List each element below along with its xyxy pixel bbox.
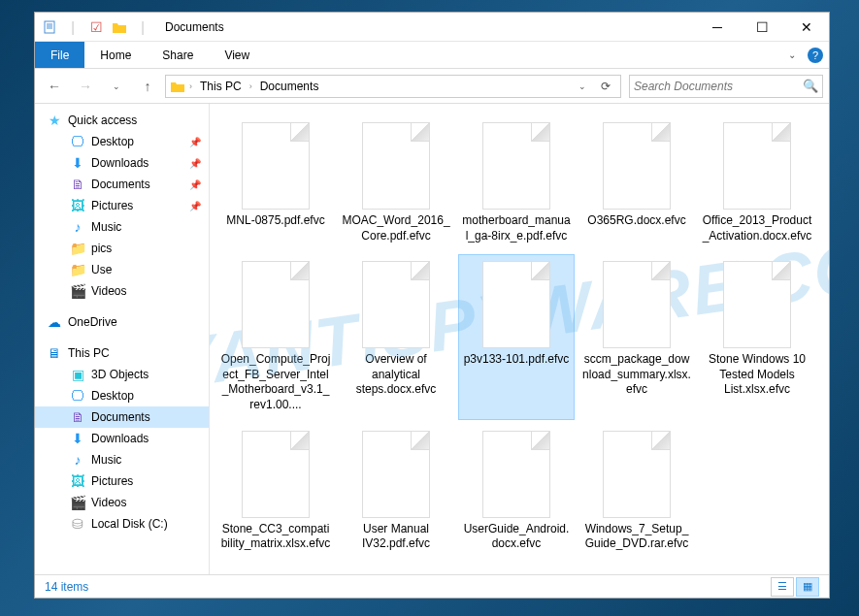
sidebar-3d-objects[interactable]: ▣3D Objects [35,364,209,385]
view-large-icons-button[interactable]: ▦ [796,577,819,597]
window-controls: ─ ☐ ✕ [695,13,829,42]
sidebar-desktop[interactable]: 🖵Desktop📌 [35,131,209,152]
sidebar-quick-access[interactable]: ★Quick access [35,110,209,131]
file-item[interactable]: Open_Compute_Project_FB_Server_Intel_Mot… [217,254,334,419]
qat-check-icon[interactable]: ☑ [85,16,107,38]
sidebar-item-label: Local Disk (C:) [91,517,168,531]
file-label: MOAC_Word_2016_Core.pdf.efvc [341,213,451,243]
sidebar-pics[interactable]: 📁pics [35,238,209,259]
content-pane[interactable]: MYANTISPYWARE.COM MNL-0875.pdf.efvcMOAC_… [210,104,829,574]
sidebar-item-label: Desktop [91,389,134,403]
file-thumbnail [723,261,791,348]
sidebar-local-disk[interactable]: ⛁Local Disk (C:) [35,513,209,535]
sidebar-desktop-pc[interactable]: 🖵Desktop [35,385,209,406]
sidebar-downloads[interactable]: ⬇Downloads📌 [35,152,209,174]
tab-share[interactable]: Share [147,42,209,68]
file-label: User Manual IV32.pdf.efvc [341,522,451,552]
file-item[interactable]: Stone Windows 10 Tested Models List.xlsx… [699,254,815,419]
minimize-button[interactable]: ─ [695,13,740,42]
file-item[interactable]: p3v133-101.pdf.efvc [458,254,575,419]
sidebar-item-label: Music [91,453,121,467]
sidebar-use[interactable]: 📁Use [35,259,209,280]
file-item[interactable]: Office_2013_Product_Activation.docx.efvc [699,115,815,250]
file-item[interactable]: Stone_CC3_compatibility_matrix.xlsx.efvc [217,424,334,559]
folder-icon: 📁 [70,262,85,277]
file-label: MNL-0875.pdf.efvc [226,213,324,229]
file-label: UserGuide_Android.docx.efvc [461,522,572,552]
sidebar-videos[interactable]: 🎬Videos [35,280,209,302]
ribbon-expand-icon[interactable]: ⌄ [780,46,804,64]
chevron-right-icon[interactable]: › [187,81,194,91]
view-details-button[interactable]: ☰ [771,577,794,597]
sidebar-this-pc[interactable]: 🖥This PC [35,342,209,364]
file-thumbnail [723,122,791,210]
search-icon[interactable]: 🔍 [803,79,818,93]
tab-home[interactable]: Home [84,42,147,68]
close-button[interactable]: ✕ [784,13,829,42]
file-item[interactable]: sccm_package_download_summary.xlsx.efvc [578,254,695,419]
file-item[interactable]: motherboard_manual_ga-8irx_e.pdf.efvc [458,115,575,250]
sidebar-downloads-pc[interactable]: ⬇Downloads [35,428,209,449]
maximize-button[interactable]: ☐ [740,13,784,42]
navigation-pane[interactable]: ★Quick access 🖵Desktop📌 ⬇Downloads📌 🗎Doc… [35,104,210,574]
file-thumbnail [603,261,671,348]
file-thumbnail [603,431,671,518]
file-label: sccm_package_download_summary.xlsx.efvc [581,352,692,398]
recent-dropdown-icon[interactable]: ⌄ [103,74,130,99]
file-label: Stone_CC3_compatibility_matrix.xlsx.efvc [220,522,331,552]
file-item[interactable]: UserGuide_Android.docx.efvc [458,424,575,559]
explorer-window: | ☑ | Documents ─ ☐ ✕ File Home Share Vi… [34,12,830,599]
file-item[interactable]: MNL-0875.pdf.efvc [217,115,334,250]
sidebar-item-label: OneDrive [68,315,117,329]
file-item[interactable]: Overview of analytical steps.docx.efvc [338,254,454,419]
sidebar-music[interactable]: ♪Music [35,216,209,238]
sidebar-documents-pc[interactable]: 🗎Documents [35,406,209,428]
search-input[interactable] [634,80,803,93]
breadcrumb-documents[interactable]: Documents [256,80,323,93]
sidebar-item-label: Downloads [91,156,149,170]
file-item[interactable]: User Manual IV32.pdf.efvc [338,424,454,559]
file-label: Overview of analytical steps.docx.efvc [341,352,451,398]
pin-icon: 📌 [189,201,201,211]
file-item[interactable]: MOAC_Word_2016_Core.pdf.efvc [338,115,454,250]
disk-icon: ⛁ [70,516,85,532]
breadcrumb-thispc[interactable]: This PC [196,80,246,93]
sidebar-item-label: Pictures [91,474,133,488]
chevron-right-icon[interactable]: › [248,81,254,91]
svg-rect-0 [45,21,54,33]
monitor-icon: 🖥 [47,345,62,361]
help-icon[interactable]: ? [808,48,823,63]
qat-divider: | [132,16,153,38]
item-count: 14 items [45,580,88,594]
file-item[interactable]: Windows_7_Setup_Guide_DVD.rar.efvc [578,424,695,559]
sidebar-pictures-pc[interactable]: 🖼Pictures [35,470,209,492]
address-dropdown-icon[interactable]: ⌄ [572,76,593,97]
qat-divider: | [62,16,83,38]
properties-icon[interactable] [39,16,60,38]
search-box[interactable]: 🔍 [629,75,823,98]
downloads-icon: ⬇ [70,431,85,446]
file-thumbnail [362,261,430,348]
sidebar-item-label: Videos [91,496,126,509]
tab-view[interactable]: View [209,42,265,68]
tab-file[interactable]: File [35,42,84,68]
sidebar-item-label: Documents [91,410,150,424]
sidebar-documents[interactable]: 🗎Documents📌 [35,174,209,195]
sidebar-music-pc[interactable]: ♪Music [35,449,209,470]
file-thumbnail [603,122,671,210]
file-label: p3v133-101.pdf.efvc [464,352,570,368]
sidebar-pictures[interactable]: 🖼Pictures📌 [35,195,209,216]
file-thumbnail [482,431,550,518]
addressbar[interactable]: › This PC › Documents ⌄ ⟳ [165,75,621,98]
pictures-icon: 🖼 [70,198,85,213]
forward-button[interactable]: → [72,74,99,99]
sidebar-onedrive[interactable]: ☁OneDrive [35,311,209,333]
refresh-button[interactable]: ⟳ [595,76,616,97]
file-item[interactable]: O365RG.docx.efvc [578,115,695,250]
folder-icon[interactable] [109,16,130,38]
view-switcher: ☰ ▦ [771,577,819,597]
desktop-icon: 🖵 [70,134,85,149]
up-button[interactable]: ↑ [134,74,161,99]
sidebar-videos-pc[interactable]: 🎬Videos [35,492,209,513]
back-button[interactable]: ← [41,74,68,99]
